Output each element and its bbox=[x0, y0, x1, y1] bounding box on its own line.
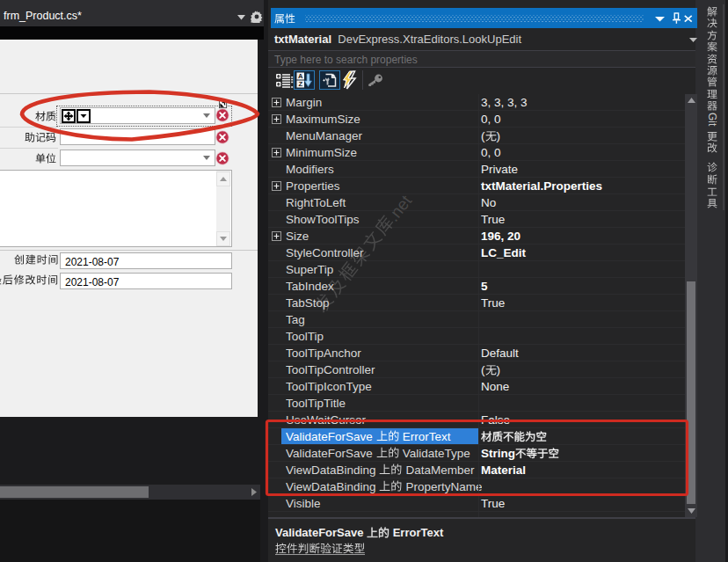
svg-text:A: A bbox=[298, 72, 303, 80]
svg-text:Z: Z bbox=[298, 80, 302, 88]
